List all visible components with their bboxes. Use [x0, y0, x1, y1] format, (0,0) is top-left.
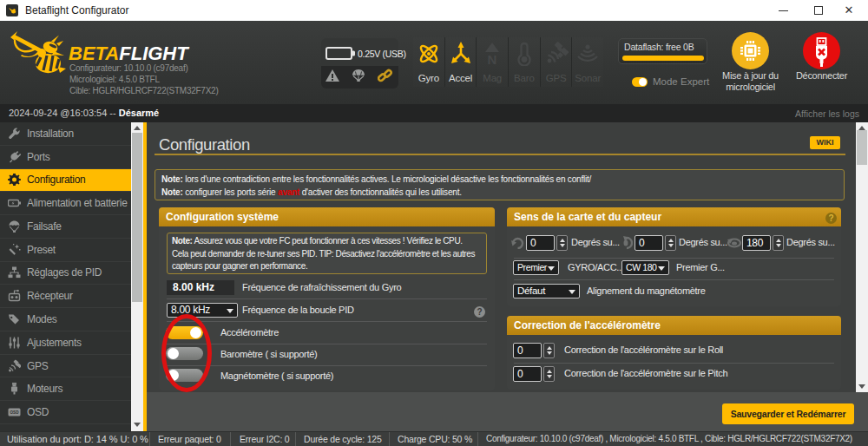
- svg-text:OSD: OSD: [10, 410, 20, 415]
- svg-text:N: N: [488, 52, 497, 66]
